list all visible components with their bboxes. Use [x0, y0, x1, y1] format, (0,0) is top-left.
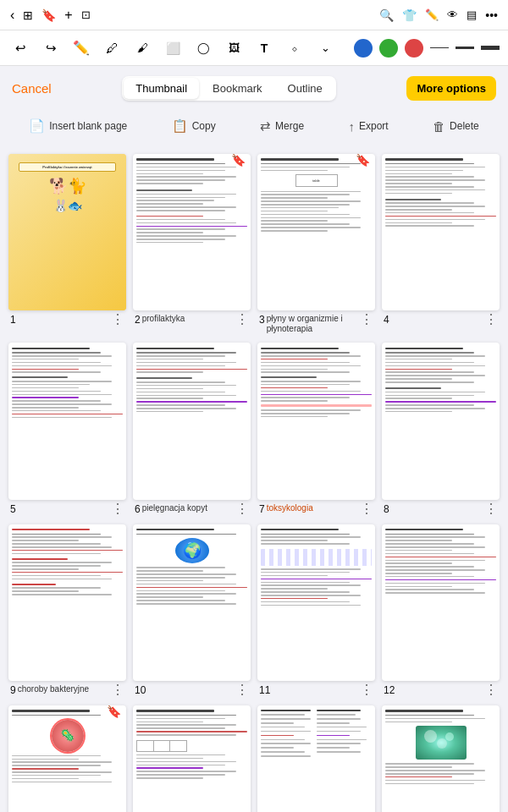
system-bar-right: 🔍 👕 ✏️ 👁 ▤ •••	[379, 8, 498, 22]
page-2-footer: 2 profilaktyka ⋮	[133, 314, 251, 326]
system-bar-left: ‹ ⊞ 🔖 + ⊡	[10, 8, 91, 23]
export-button[interactable]: ↑ Export	[349, 119, 389, 134]
page-1-cell: Profilaktyka i leczenie zwierząt 🐕🐈 🐰🐟 1…	[8, 154, 126, 334]
page-2-num: 2	[135, 314, 141, 326]
merge-icon: ⇄	[260, 118, 271, 134]
page-8-menu[interactable]: ⋮	[484, 502, 498, 516]
tab-thumbnail[interactable]: Thumbnail	[124, 78, 199, 99]
page-4-thumbnail[interactable]	[382, 154, 500, 310]
merge-button[interactable]: ⇄ Merge	[260, 118, 304, 134]
insert-blank-page-button[interactable]: 📄 Insert blank page	[29, 118, 127, 134]
more-options-button[interactable]: More options	[406, 76, 496, 101]
grid-icon[interactable]: ⊞	[23, 8, 33, 22]
more-tools-icon[interactable]: ⌄	[313, 36, 337, 60]
highlighter-icon[interactable]: 🖌	[130, 36, 154, 60]
page-6-menu[interactable]: ⋮	[235, 502, 249, 516]
page-5-thumbnail[interactable]	[8, 343, 126, 499]
page-10-footer: 10 ⋮	[133, 684, 251, 697]
page-8-thumbnail[interactable]	[382, 343, 500, 499]
page-10-menu[interactable]: ⋮	[235, 683, 249, 697]
page-12-footer: 12 ⋮	[382, 684, 500, 697]
more-dots-icon[interactable]: •••	[485, 8, 498, 22]
page-7-cell: 7 toksykologia ⋮	[257, 343, 375, 515]
page-9-thumbnail[interactable]	[8, 524, 126, 681]
bookmark-list-icon[interactable]: 🔖	[41, 8, 56, 22]
cancel-button[interactable]: Cancel	[12, 81, 52, 96]
page-4-cell: 4 ⋮	[382, 154, 500, 334]
eraser-icon[interactable]: ⬜	[161, 36, 185, 60]
page-3-num: 3	[259, 314, 265, 326]
page-1-thumbnail[interactable]: Profilaktyka i leczenie zwierząt 🐕🐈 🐰🐟	[8, 154, 126, 310]
delete-button[interactable]: 🗑 Delete	[433, 119, 479, 134]
page-2-menu[interactable]: ⋮	[235, 313, 249, 326]
page-5-num: 5	[10, 503, 16, 515]
page-12-num: 12	[384, 684, 395, 696]
marker-icon[interactable]: 🖊	[100, 36, 124, 60]
page-12-cell: 12 ⋮	[382, 524, 500, 697]
color-red[interactable]	[405, 39, 423, 58]
pen-edit-icon[interactable]: ✏️	[425, 8, 439, 21]
back-icon[interactable]: ‹	[10, 8, 14, 23]
color-blue[interactable]	[354, 39, 373, 58]
page-6-thumbnail[interactable]	[133, 343, 251, 499]
tab-bookmark[interactable]: Bookmark	[201, 78, 274, 99]
page-4-menu[interactable]: ⋮	[484, 313, 498, 326]
page-6-footer: 6 pielęgnacja kopyt ⋮	[133, 503, 251, 516]
search-icon[interactable]: 🔍	[379, 8, 394, 22]
page-1-menu[interactable]: ⋮	[111, 313, 124, 326]
page-11-thumbnail[interactable]	[257, 524, 375, 681]
copy-button[interactable]: 📋 Copy	[172, 118, 216, 134]
page-3-footer: 3 płyny w organizmie i płynoterapia ⋮	[257, 314, 375, 334]
page-7-thumbnail[interactable]	[257, 343, 375, 499]
line-thick[interactable]	[481, 46, 500, 50]
undo-icon[interactable]: ↩	[8, 36, 32, 60]
page-5-menu[interactable]: ⋮	[111, 502, 124, 516]
text-icon[interactable]: T	[252, 36, 276, 60]
page-15-cell: 15 ⋮	[257, 705, 375, 812]
crop-icon[interactable]: ⊡	[81, 8, 91, 21]
page-2-thumbnail[interactable]: 🔖	[133, 154, 251, 310]
page-9-menu[interactable]: ⋮	[111, 683, 124, 697]
page-11-num: 11	[259, 684, 270, 696]
color-green[interactable]	[379, 39, 398, 58]
shapes-icon[interactable]: ⬦	[283, 36, 306, 60]
page-11-menu[interactable]: ⋮	[360, 683, 373, 697]
eye-icon[interactable]: 👁	[447, 8, 458, 21]
export-icon: ↑	[349, 119, 356, 134]
page-14-thumbnail[interactable]	[133, 705, 251, 812]
page-11-footer: 11 ⋮	[257, 684, 375, 697]
shirt-icon[interactable]: 👕	[402, 8, 417, 22]
pencil-icon[interactable]: ✏️	[69, 36, 93, 60]
page-3-thumbnail[interactable]: 🔖 table	[257, 154, 375, 310]
page-8-footer: 8 ⋮	[382, 503, 500, 516]
redo-icon[interactable]: ↪	[39, 36, 63, 60]
lasso-icon[interactable]: ◯	[191, 36, 215, 60]
sidebar-icon[interactable]: ▤	[467, 8, 477, 21]
page-11-cell: 11 ⋮	[257, 524, 375, 697]
page-12-menu[interactable]: ⋮	[484, 683, 498, 697]
tab-outline[interactable]: Outline	[276, 78, 334, 99]
copy-icon: 📋	[172, 118, 188, 134]
page-3-menu[interactable]: ⋮	[360, 313, 373, 326]
page-16-cell: 16 ⋮	[382, 705, 500, 812]
page-7-menu[interactable]: ⋮	[360, 502, 373, 516]
page-13-bookmark: 🔖	[107, 705, 121, 717]
image-icon[interactable]: 🖼	[222, 36, 246, 60]
page-12-thumbnail[interactable]	[382, 524, 500, 681]
thumbnails-scroll[interactable]: Profilaktyka i leczenie zwierząt 🐕🐈 🐰🐟 1…	[0, 147, 508, 812]
add-icon[interactable]: +	[64, 8, 72, 23]
page-13-thumbnail[interactable]: 🔖 🦠	[8, 705, 126, 812]
page-13-cell: 🔖 🦠	[8, 705, 126, 812]
page-2-bookmark: 🔖	[231, 154, 246, 166]
page-10-thumbnail[interactable]: 🌍	[133, 524, 251, 681]
page-16-thumbnail[interactable]	[382, 705, 500, 812]
view-tab-group: Thumbnail Bookmark Outline	[122, 76, 335, 101]
page-mode-bar: Cancel Thumbnail Bookmark Outline More o…	[0, 66, 508, 110]
page-15-thumbnail[interactable]	[257, 705, 375, 812]
page-3-bookmark: 🔖	[356, 154, 370, 166]
page-9-cell: 9 choroby bakteryjne ⋮	[8, 524, 126, 697]
page-7-label: toksykologia	[267, 503, 360, 513]
line-thin[interactable]	[430, 47, 449, 49]
page-10-cell: 🌍 10 ⋮	[133, 524, 251, 697]
line-medium[interactable]	[456, 47, 474, 49]
